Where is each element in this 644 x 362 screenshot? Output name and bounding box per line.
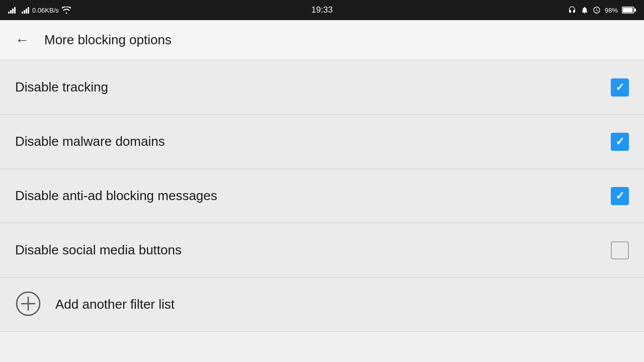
- signal-bar-5: [22, 12, 23, 14]
- page-title: More blocking options: [44, 32, 172, 48]
- status-bar-left: 0.06KB/s: [8, 7, 71, 14]
- back-button[interactable]: ←: [10, 28, 34, 52]
- svg-rect-2: [634, 9, 636, 12]
- disable-antiad-checkbox[interactable]: ✓: [611, 187, 629, 205]
- disable-malware-label: Disable malware domains: [15, 134, 165, 149]
- alarm-icon: [593, 6, 601, 14]
- signal-bar-2: [10, 10, 12, 14]
- disable-malware-checkbox[interactable]: ✓: [611, 133, 629, 151]
- settings-list: Disable tracking ✓ Disable malware domai…: [0, 60, 644, 332]
- signal-icon: [8, 7, 16, 14]
- signal-bar-1: [8, 12, 10, 14]
- status-bar-right: 98%: [568, 6, 636, 14]
- disable-tracking-checkbox[interactable]: ✓: [611, 78, 629, 97]
- wifi-icon: [62, 7, 71, 14]
- disable-antiad-label: Disable anti-ad blocking messages: [15, 188, 217, 204]
- network-speed: 0.06KB/s: [32, 7, 59, 14]
- add-filter-label: Add another filter list: [55, 297, 175, 312]
- toolbar: ← More blocking options: [0, 20, 644, 60]
- list-item-disable-tracking[interactable]: Disable tracking ✓: [0, 60, 644, 115]
- notification-icon: [581, 6, 589, 14]
- signal-bar-7: [26, 9, 27, 14]
- battery-percentage: 98%: [605, 7, 618, 14]
- battery-icon: [622, 7, 636, 14]
- add-filter-list-item[interactable]: Add another filter list: [0, 278, 644, 332]
- disable-social-label: Disable social media buttons: [15, 242, 182, 258]
- list-item-disable-malware[interactable]: Disable malware domains ✓: [0, 115, 644, 169]
- status-bar-time: 19:33: [311, 5, 333, 15]
- checkmark-icon: ✓: [615, 82, 624, 93]
- checkmark-icon-2: ✓: [615, 136, 624, 147]
- signal-bar-3: [12, 9, 14, 14]
- disable-social-checkbox[interactable]: [611, 241, 629, 259]
- list-item-disable-social[interactable]: Disable social media buttons: [0, 223, 644, 278]
- signal-bar-4: [14, 7, 16, 14]
- svg-rect-1: [623, 8, 633, 13]
- status-bar: 0.06KB/s 19:33 98%: [0, 0, 644, 20]
- disable-tracking-label: Disable tracking: [15, 79, 108, 95]
- list-item-disable-antiad[interactable]: Disable anti-ad blocking messages ✓: [0, 169, 644, 223]
- checkmark-icon-3: ✓: [615, 191, 624, 202]
- add-filter-icon: [15, 291, 41, 319]
- headphone-icon: [568, 6, 577, 14]
- back-arrow-icon: ←: [15, 33, 29, 47]
- signal-icon-2: [22, 7, 29, 14]
- signal-bar-8: [28, 7, 29, 14]
- signal-bar-6: [24, 10, 25, 14]
